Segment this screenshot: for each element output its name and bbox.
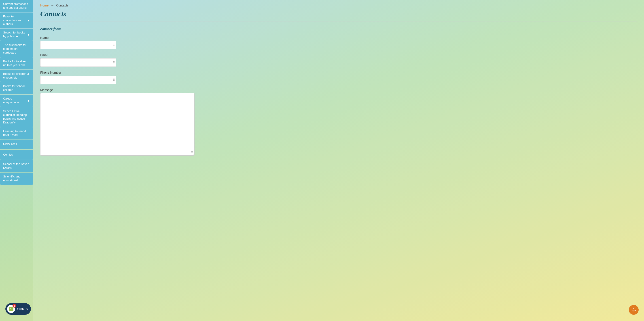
email-label: Email — [40, 53, 637, 57]
contact-form-title: contact form — [40, 27, 637, 31]
sidebar-item-label-11: Comics — [3, 153, 13, 157]
chat-widget-icon: S 1 — [7, 305, 15, 313]
sidebar-item-13[interactable]: Scientific and educational — [0, 172, 33, 185]
name-label: Name — [40, 36, 637, 39]
sidebar-item-label-7: Самое популярное — [3, 97, 26, 105]
message-group: Message ⠿ — [40, 88, 637, 157]
sidebar-item-label-0: Current promotions and special offers! — [3, 2, 30, 10]
page-title: Contacts — [40, 10, 637, 18]
breadcrumb-separator: → — [51, 3, 54, 7]
phone-input[interactable] — [40, 76, 116, 84]
phone-group: Phone Number ⠿ — [40, 71, 637, 84]
sidebar-item-label-3: The first books for toddlers on cardboar… — [3, 43, 30, 55]
sidebar-item-label-8: Series Extra-curricular Reading publishi… — [3, 109, 30, 125]
sidebar-item-label-1: Favorite characters and authors — [3, 15, 26, 26]
sidebar-item-7[interactable]: Самое популярное▼ — [0, 95, 33, 107]
sidebar-item-10[interactable]: NEW 2022 — [0, 140, 33, 149]
sidebar-item-label-4: Books for toddlers up to 3 years old — [3, 60, 30, 67]
email-group: Email ⠿ — [40, 53, 637, 67]
sidebar-item-label-13: Scientific and educational — [3, 175, 30, 182]
sidebar-item-1[interactable]: Favorite characters and authors▼ — [0, 12, 33, 28]
sidebar-item-5[interactable]: Books for children 3-6 years old — [0, 70, 33, 82]
sidebar-item-label-6: Books for school children — [3, 84, 30, 92]
sidebar-chevron-7: ▼ — [27, 99, 30, 103]
message-label: Message — [40, 88, 637, 92]
email-input[interactable] — [40, 58, 116, 67]
sidebar: Current promotions and special offers!Fa… — [0, 0, 33, 321]
main-content: Home → Contacts Contacts contact form Na… — [33, 0, 644, 321]
back-to-top-label: ▲TOP — [632, 308, 636, 312]
name-input-wrapper: ⠿ — [40, 41, 116, 49]
sidebar-item-4[interactable]: Books for toddlers up to 3 years old — [0, 57, 33, 69]
sidebar-item-label-10: NEW 2022 — [3, 143, 17, 147]
sidebar-item-3[interactable]: The first books for toddlers on cardboar… — [0, 41, 33, 57]
email-input-wrapper: ⠿ — [40, 58, 116, 67]
breadcrumb: Home → Contacts — [40, 3, 637, 7]
name-group: Name ⠿ — [40, 36, 637, 49]
phone-label: Phone Number — [40, 71, 637, 74]
breadcrumb-current: Contacts — [56, 3, 68, 7]
chat-widget-label: t with us — [17, 307, 28, 311]
sidebar-chevron-2: ▼ — [27, 33, 30, 37]
sidebar-item-6[interactable]: Books for school children — [0, 82, 33, 94]
sidebar-item-label-9: Learning to read/I read myself — [3, 130, 30, 137]
chat-widget[interactable]: S 1 t with us — [5, 303, 31, 315]
sidebar-chevron-1: ▼ — [27, 18, 30, 22]
sidebar-item-8[interactable]: Series Extra-curricular Reading publishi… — [0, 107, 33, 127]
sidebar-item-9[interactable]: Learning to read/I read myself — [0, 127, 33, 139]
sidebar-item-0[interactable]: Current promotions and special offers! — [0, 0, 33, 12]
message-textarea-wrapper: ⠿ — [40, 93, 194, 156]
sidebar-item-label-2: Search for books by publisher — [3, 31, 26, 38]
title-divider — [40, 21, 637, 21]
sidebar-item-12[interactable]: School of the Seven Dwarfs — [0, 160, 33, 172]
sidebar-item-2[interactable]: Search for books by publisher▼ — [0, 28, 33, 41]
sidebar-item-label-12: School of the Seven Dwarfs — [3, 162, 30, 170]
phone-input-wrapper: ⠿ — [40, 76, 116, 84]
name-input[interactable] — [40, 41, 116, 49]
message-textarea[interactable] — [40, 93, 194, 156]
breadcrumb-home[interactable]: Home — [40, 3, 48, 7]
sidebar-item-label-5: Books for children 3-6 years old — [3, 72, 30, 80]
sidebar-item-11[interactable]: Comics — [0, 150, 33, 160]
back-to-top-button[interactable]: ▲TOP — [629, 305, 639, 315]
chat-badge: 1 — [12, 304, 16, 308]
svg-text:S: S — [10, 308, 12, 311]
shopify-icon: S — [9, 307, 14, 311]
